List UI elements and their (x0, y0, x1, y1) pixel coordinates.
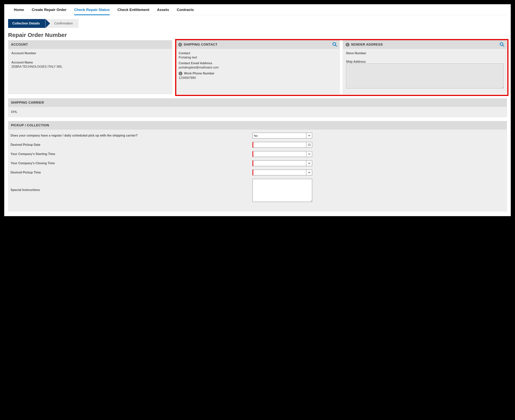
svg-line-6 (309, 145, 310, 146)
ship-address-label: Ship Address (346, 60, 504, 63)
shipping-contact-heading: i SHIPPING CONTACT (176, 40, 339, 49)
top-nav: Home Create Repair Order Check Repair St… (8, 6, 507, 15)
pickup-heading: PICKUP / COLLECTION (8, 121, 507, 130)
work-phone-label: Work Phone Number (184, 72, 214, 75)
shipping-carrier-heading: SHIPPING CARRIER (8, 98, 507, 107)
sender-address-heading-text: SENDER ADDRESS (351, 43, 383, 46)
account-name-value: ZEBRA TECHNOLOGIES ITALY SRL (11, 65, 169, 68)
contact-email-value: portalregtest@mailinator.com (179, 66, 336, 69)
pickup-date-input[interactable] (253, 142, 306, 148)
special-instructions-label: Special Instructions (11, 179, 253, 192)
chevron-down-icon[interactable] (306, 133, 312, 138)
account-number-label: Account Number (11, 52, 169, 55)
regular-pickup-select[interactable]: No (253, 133, 306, 138)
svg-point-2 (500, 43, 503, 45)
step-wizard: Collection Details Confirmation (8, 19, 507, 28)
work-phone-value: 1234567890 (179, 76, 336, 80)
page-title: Repair Order Number (8, 30, 507, 40)
special-instructions-textarea[interactable] (253, 179, 312, 202)
contact-label: Contact (179, 52, 336, 55)
pickup-date-label: Desired Pickup Date (11, 143, 253, 147)
nav-assets[interactable]: Assets (157, 6, 169, 14)
work-phone-label-row: i Work Phone Number (179, 72, 336, 75)
search-icon[interactable] (332, 42, 337, 48)
ship-address-textarea[interactable] (346, 63, 504, 89)
pickup-panel: PICKUP / COLLECTION Does your company ha… (8, 121, 507, 211)
account-heading: ACCOUNT (8, 40, 172, 49)
contact-email-label: Contact Email Address (179, 61, 336, 65)
chevron-down-icon[interactable] (306, 160, 312, 166)
info-icon[interactable]: i (346, 43, 349, 46)
info-icon[interactable]: i (179, 72, 183, 75)
sender-address-heading: i SENDER ADDRESS (343, 40, 507, 49)
account-panel: ACCOUNT Account Number Account Name ZEBR… (8, 40, 172, 94)
chevron-down-icon[interactable] (306, 151, 312, 157)
contact-value: Portalreg test (179, 56, 336, 59)
start-time-select[interactable] (253, 151, 306, 157)
pickup-time-label: Desired Pickup Time (11, 171, 253, 175)
shipping-contact-panel: i SHIPPING CONTACT Contact Portalreg tes… (175, 40, 339, 94)
nav-contracts[interactable]: Contracts (177, 6, 194, 14)
app-frame: Home Create Repair Order Check Repair St… (4, 4, 511, 217)
sender-address-panel: i SENDER ADDRESS Store Number Ship Addre… (343, 40, 507, 94)
shipping-contact-heading-text: SHIPPING CONTACT (184, 43, 217, 46)
account-name-label: Account Name (11, 61, 169, 64)
svg-rect-4 (308, 144, 310, 146)
svg-line-3 (502, 45, 504, 46)
step-collection-details[interactable]: Collection Details (8, 19, 46, 28)
top-panels: ACCOUNT Account Number Account Name ZEBR… (8, 40, 507, 94)
info-icon[interactable]: i (178, 43, 182, 46)
close-time-label: Your Company's Closing Time (11, 161, 253, 165)
regular-pickup-label: Does your company have a regular / daily… (11, 134, 253, 138)
nav-check-entitlement[interactable]: Check Entitlement (117, 6, 149, 14)
svg-line-1 (335, 45, 337, 46)
step-confirmation[interactable]: Confirmation (46, 19, 78, 28)
nav-home[interactable]: Home (14, 6, 24, 14)
chevron-down-icon[interactable] (306, 170, 312, 175)
start-time-label: Your Company's Starting Time (11, 152, 253, 156)
store-number-label: Store Number (346, 52, 504, 55)
calendar-lookup-icon[interactable] (306, 142, 312, 148)
close-time-select[interactable] (253, 160, 306, 166)
account-heading-text: ACCOUNT (11, 43, 28, 46)
shipping-carrier-value: DHL (8, 107, 507, 117)
pickup-time-select[interactable] (253, 170, 306, 175)
search-icon[interactable] (500, 42, 504, 48)
svg-point-0 (333, 43, 336, 45)
nav-check-repair-status[interactable]: Check Repair Status (74, 6, 110, 15)
nav-create-repair-order[interactable]: Create Repair Order (32, 6, 67, 14)
shipping-carrier-panel: SHIPPING CARRIER DHL (8, 98, 507, 117)
